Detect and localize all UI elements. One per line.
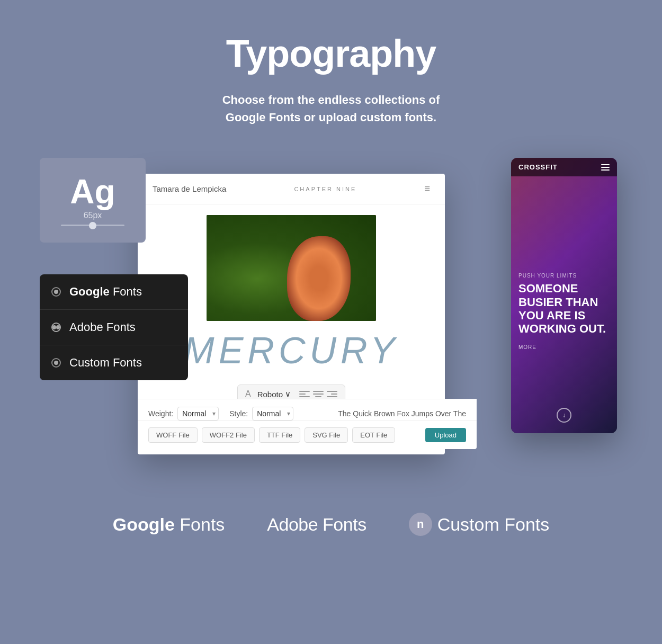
line1 (327, 391, 337, 392)
crossfit-more[interactable]: MORE (518, 344, 606, 350)
style-label: Style: (229, 409, 248, 418)
crossfit-menu-icon[interactable] (601, 164, 610, 171)
align-left-icon[interactable] (299, 390, 310, 398)
eot-file-btn[interactable]: EOT File (352, 427, 395, 443)
radio-dot-custom (54, 361, 58, 365)
book-author: Tamara de Lempicka (153, 184, 226, 193)
font-menu-label-google: Google Fonts (69, 285, 142, 299)
line2 (313, 393, 324, 395)
crossfit-header: CROSSFIT (511, 158, 617, 176)
radio-dot-adobe (52, 325, 56, 329)
adobe-logo-text: Adobe Fonts (267, 514, 366, 535)
line2 (331, 393, 337, 395)
woff-file-btn[interactable]: WOFF File (148, 427, 198, 443)
tagline-line2: BUSIER THAN (518, 296, 606, 309)
menu-bar-1 (601, 164, 610, 165)
tagline-line3: YOU ARE IS (518, 309, 606, 322)
align-right-icon[interactable] (327, 390, 337, 398)
page-subtitle: Choose from the endless collections of G… (222, 91, 440, 126)
line1 (299, 391, 310, 392)
line1 (313, 391, 324, 392)
font-preview-ag: Ag (70, 175, 115, 209)
crossfit-tagline-small: PUSH YOUR LIMITS (518, 273, 606, 279)
radio-adobe (51, 323, 61, 332)
ttf-file-btn[interactable]: TTF File (259, 427, 300, 443)
slider-handle[interactable] (89, 222, 96, 229)
custom-fonts-badge: n (409, 513, 432, 536)
menu-bar-3 (601, 169, 610, 171)
dropdown-arrow: ∨ (285, 389, 291, 399)
font-menu-item-google[interactable]: Google Fonts (40, 274, 188, 310)
weight-group: Weight: Normal (148, 407, 219, 421)
radio-google (51, 287, 61, 297)
font-dropdown[interactable]: Roboto ∨ (257, 389, 291, 399)
style-select[interactable]: Normal (252, 407, 293, 421)
book-image (207, 215, 376, 321)
line2 (299, 393, 306, 395)
google-bold-part: Google (113, 514, 175, 534)
font-menu: Google Fonts Adobe Fonts Custom Fonts (40, 274, 188, 380)
google-rest-part: Fonts (180, 514, 225, 534)
radio-custom (51, 358, 61, 368)
crossfit-background: PUSH YOUR LIMITS SOMEONE BUSIER THAN YOU… (511, 158, 617, 433)
font-preview-text: The Quick Brown Fox Jumps Over The (338, 409, 466, 418)
logo-custom-fonts: n Custom Fonts (409, 513, 550, 536)
subtitle-line1: Choose from the endless collections of (222, 93, 440, 106)
showcase-area: Ag 65px Google Fonts Adobe Fonts (40, 158, 622, 460)
logo-adobe-fonts: Adobe Fonts (267, 514, 366, 535)
logo-google-fonts: Google Fonts (113, 514, 225, 535)
menu-bar-2 (601, 167, 610, 168)
font-menu-item-custom[interactable]: Custom Fonts (40, 345, 188, 380)
upload-button[interactable]: Upload (425, 428, 466, 442)
font-size-slider[interactable] (61, 225, 124, 226)
crossfit-scroll-btn[interactable]: ↓ (557, 408, 571, 423)
book-header: Tamara de Lempicka CHAPTER NINE ≡ (138, 174, 445, 204)
page-title: Typography (226, 32, 436, 75)
book-menu-icon[interactable]: ≡ (424, 183, 430, 194)
style-select-wrapper[interactable]: Normal (252, 407, 293, 421)
font-name: Roboto (257, 390, 283, 399)
font-menu-label-custom: Custom Fonts (69, 356, 142, 370)
crossfit-text-block: PUSH YOUR LIMITS SOMEONE BUSIER THAN YOU… (518, 273, 606, 350)
font-menu-label-adobe: Adobe Fonts (69, 320, 136, 334)
crossfit-mockup: CROSSFIT PUSH YOUR LIMITS SOMEONE BUSIER… (511, 158, 617, 433)
style-group: Style: Normal (229, 407, 293, 421)
weight-select-wrapper[interactable]: Normal (177, 407, 219, 421)
svg-file-btn[interactable]: SVG File (305, 427, 348, 443)
logos-section: Google Fonts Adobe Fonts n Custom Fonts (11, 513, 651, 536)
radio-dot-filled (54, 290, 58, 294)
font-menu-item-adobe[interactable]: Adobe Fonts (40, 310, 188, 345)
file-format-row: WOFF File WOFF2 File TTF File SVG File E… (138, 421, 477, 449)
font-type-icon: A (245, 389, 251, 399)
line3 (327, 396, 337, 397)
mercury-title: MERCURY (183, 329, 399, 372)
align-center-icon[interactable] (313, 390, 324, 398)
google-bold-text: Google (69, 285, 110, 298)
weight-label: Weight: (148, 409, 173, 418)
tagline-line1: SOMEONE (518, 282, 606, 295)
page-container: Typography Choose from the endless colle… (0, 0, 662, 644)
font-size-card: Ag 65px (40, 158, 146, 243)
subtitle-line2: Google Fonts or upload custom fonts. (226, 111, 436, 124)
weight-select[interactable]: Normal (177, 407, 219, 421)
woff2-file-btn[interactable]: WOFF2 File (202, 427, 255, 443)
tagline-line4: WORKING OUT. (518, 322, 606, 335)
book-chapter-header: CHAPTER NINE (294, 186, 356, 192)
line3 (315, 396, 321, 397)
crossfit-logo: CROSSFIT (518, 163, 558, 171)
custom-fonts-text: Custom Fonts (437, 514, 550, 535)
alignment-icons (299, 390, 337, 398)
crossfit-tagline: SOMEONE BUSIER THAN YOU ARE IS WORKING O… (518, 282, 606, 335)
google-logo-text: Google Fonts (113, 514, 225, 535)
font-size-label: 65px (84, 211, 102, 220)
line3 (299, 396, 310, 397)
